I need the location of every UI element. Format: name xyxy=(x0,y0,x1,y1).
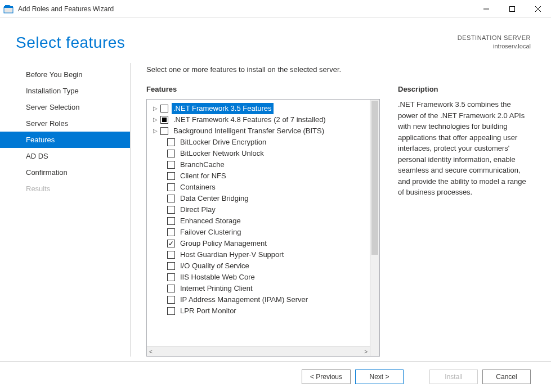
feature-row[interactable]: ▷BitLocker Network Unlock xyxy=(150,148,368,159)
feature-row[interactable]: ▷.NET Framework 4.8 Features (2 of 7 ins… xyxy=(150,114,368,125)
features-tree[interactable]: ▷.NET Framework 3.5 Features▷.NET Framew… xyxy=(147,100,370,346)
window-buttons xyxy=(473,0,551,18)
feature-row[interactable]: ▷Containers xyxy=(150,182,368,193)
feature-label[interactable]: BranchCache xyxy=(178,159,226,170)
feature-label[interactable]: LPR Port Monitor xyxy=(178,305,238,317)
close-button[interactable] xyxy=(525,0,551,18)
feature-label[interactable]: Enhanced Storage xyxy=(178,215,243,227)
app-icon xyxy=(3,4,14,14)
feature-checkbox[interactable] xyxy=(167,172,175,180)
feature-label[interactable]: I/O Quality of Service xyxy=(178,260,251,272)
feature-label[interactable]: Internet Printing Client xyxy=(178,283,254,294)
wizard-footer: < Previous Next > Install Cancel xyxy=(0,361,551,392)
feature-row[interactable]: ▷Failover Clustering xyxy=(150,227,368,238)
page-title: Select features xyxy=(16,34,125,52)
feature-checkbox[interactable] xyxy=(167,195,175,202)
instruction-text: Select one or more features to install o… xyxy=(146,65,531,74)
titlebar: Add Roles and Features Wizard xyxy=(0,0,551,18)
features-column: Features ▷.NET Framework 3.5 Features▷.N… xyxy=(146,85,380,357)
feature-row[interactable]: ▷Background Intelligent Transfer Service… xyxy=(150,125,368,137)
nav-item-server-roles[interactable]: Server Roles xyxy=(0,115,130,132)
description-column: Description .NET Framework 3.5 combines … xyxy=(398,85,531,357)
feature-label[interactable]: Host Guardian Hyper-V Support xyxy=(178,249,285,260)
feature-row[interactable]: ▷BitLocker Drive Encryption xyxy=(150,137,368,148)
destination-value: introserv.local xyxy=(458,42,531,51)
expander-icon[interactable]: ▷ xyxy=(151,103,159,114)
feature-row[interactable]: ▷IP Address Management (IPAM) Server xyxy=(150,294,368,305)
maximize-button[interactable] xyxy=(499,0,525,18)
feature-row[interactable]: ▷Data Center Bridging xyxy=(150,193,368,204)
features-tree-container: ▷.NET Framework 3.5 Features▷.NET Framew… xyxy=(146,99,380,357)
feature-label[interactable]: Data Center Bridging xyxy=(178,193,250,204)
feature-row[interactable]: ▷Host Guardian Hyper-V Support xyxy=(150,249,368,260)
main-panel: Select one or more features to install o… xyxy=(131,63,531,357)
nav-item-confirmation[interactable]: Confirmation xyxy=(0,164,130,181)
feature-checkbox[interactable] xyxy=(167,228,175,236)
next-button[interactable]: Next > xyxy=(355,370,404,384)
feature-row[interactable]: ▷Client for NFS xyxy=(150,170,368,182)
feature-label[interactable]: Background Intelligent Transfer Service … xyxy=(172,125,326,137)
feature-label[interactable]: Client for NFS xyxy=(178,170,228,182)
feature-checkbox[interactable] xyxy=(167,217,175,225)
feature-row[interactable]: ▷BranchCache xyxy=(150,159,368,170)
destination-label: DESTINATION SERVER xyxy=(458,34,531,42)
feature-label[interactable]: .NET Framework 3.5 Features xyxy=(172,103,274,114)
feature-checkbox[interactable] xyxy=(167,240,175,247)
cancel-button[interactable]: Cancel xyxy=(482,370,531,384)
feature-row[interactable]: ▷Group Policy Management xyxy=(150,238,368,249)
previous-button[interactable]: < Previous xyxy=(302,370,351,384)
nav-item-server-selection[interactable]: Server Selection xyxy=(0,99,130,115)
nav-item-ad-ds[interactable]: AD DS xyxy=(0,148,130,164)
feature-checkbox[interactable] xyxy=(167,161,175,169)
install-button[interactable]: Install xyxy=(429,370,478,384)
wizard-body: Before You BeginInstallation TypeServer … xyxy=(0,57,551,361)
window-title: Add Roles and Features Wizard xyxy=(18,5,114,13)
feature-checkbox[interactable] xyxy=(160,105,168,112)
feature-row[interactable]: ▷I/O Quality of Service xyxy=(150,260,368,272)
feature-label[interactable]: Containers xyxy=(178,182,217,193)
feature-checkbox[interactable] xyxy=(167,262,175,270)
feature-checkbox[interactable] xyxy=(167,150,175,157)
feature-checkbox[interactable] xyxy=(167,296,175,304)
minimize-button[interactable] xyxy=(473,0,499,18)
svg-rect-0 xyxy=(4,7,13,13)
feature-label[interactable]: IP Address Management (IPAM) Server xyxy=(178,294,310,305)
feature-row[interactable]: ▷Direct Play xyxy=(150,204,368,215)
feature-checkbox[interactable] xyxy=(167,206,175,214)
feature-row[interactable]: ▷.NET Framework 3.5 Features xyxy=(150,103,368,114)
feature-label[interactable]: Direct Play xyxy=(178,204,217,215)
expander-icon[interactable]: ▷ xyxy=(151,125,159,137)
feature-label[interactable]: BitLocker Drive Encryption xyxy=(178,137,268,148)
nav-item-installation-type[interactable]: Installation Type xyxy=(0,83,130,99)
feature-checkbox[interactable] xyxy=(167,183,175,191)
feature-checkbox[interactable] xyxy=(167,138,175,146)
vertical-scrollbar[interactable] xyxy=(370,100,379,356)
expander-icon[interactable]: ▷ xyxy=(151,114,159,125)
feature-checkbox[interactable] xyxy=(160,116,168,124)
destination-server: DESTINATION SERVER introserv.local xyxy=(458,34,531,51)
feature-checkbox[interactable] xyxy=(160,127,168,135)
nav-item-results: Results xyxy=(0,181,130,197)
wizard-nav: Before You BeginInstallation TypeServer … xyxy=(0,63,131,357)
feature-label[interactable]: Group Policy Management xyxy=(178,238,268,249)
feature-label[interactable]: .NET Framework 4.8 Features (2 of 7 inst… xyxy=(172,114,328,125)
feature-row[interactable]: ▷LPR Port Monitor xyxy=(150,305,368,317)
feature-checkbox[interactable] xyxy=(167,285,175,292)
feature-checkbox[interactable] xyxy=(167,307,175,315)
feature-label[interactable]: BitLocker Network Unlock xyxy=(178,148,266,159)
page-header: Select features DESTINATION SERVER intro… xyxy=(0,18,551,57)
feature-label[interactable]: Failover Clustering xyxy=(178,227,243,238)
nav-item-before-you-begin[interactable]: Before You Begin xyxy=(0,66,130,83)
description-heading: Description xyxy=(398,85,531,93)
horizontal-scrollbar[interactable]: <> xyxy=(147,346,370,356)
feature-checkbox[interactable] xyxy=(167,251,175,259)
feature-label[interactable]: IIS Hostable Web Core xyxy=(178,272,257,283)
svg-rect-3 xyxy=(510,6,515,11)
feature-row[interactable]: ▷Enhanced Storage xyxy=(150,215,368,227)
feature-checkbox[interactable] xyxy=(167,273,175,281)
features-heading: Features xyxy=(146,85,380,93)
svg-rect-1 xyxy=(4,6,13,8)
feature-row[interactable]: ▷IIS Hostable Web Core xyxy=(150,272,368,283)
feature-row[interactable]: ▷Internet Printing Client xyxy=(150,283,368,294)
nav-item-features[interactable]: Features xyxy=(0,132,130,148)
